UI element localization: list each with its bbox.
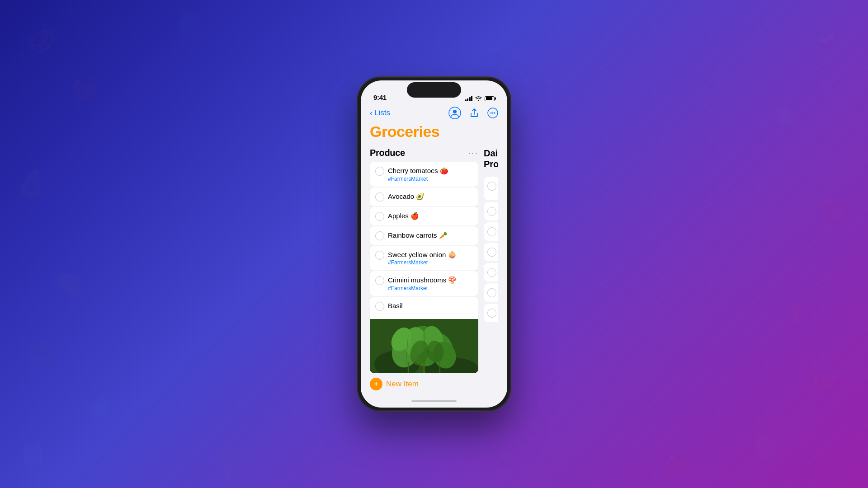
item-checkbox[interactable]: [487, 268, 496, 277]
basil-list-item[interactable]: Basil: [370, 297, 478, 373]
svg-point-1: [453, 110, 457, 113]
signal-bars-icon: [465, 96, 473, 101]
list-item[interactable]: Crimini mushrooms 🍄 #FarmersMarket: [370, 271, 478, 296]
dairy-column: Dairy,Protei… Egg… #Fa… Yog…: [484, 148, 498, 373]
list-item[interactable]: Yog…: [484, 202, 498, 221]
basil-header: Basil: [370, 297, 408, 315]
back-label: Lists: [374, 108, 390, 117]
item-checkbox[interactable]: [375, 212, 384, 221]
svg-point-3: [491, 113, 492, 114]
item-checkbox[interactable]: [375, 167, 384, 176]
scroll-content: Produce ··· Cherry tomatoes 🍅 #FarmersMa…: [370, 148, 498, 373]
list-item[interactable]: Sweet yellow onion 🧅 #FarmersMarket: [370, 246, 478, 271]
item-checkbox[interactable]: [375, 251, 384, 260]
status-icons: [465, 96, 495, 101]
wifi-icon: [475, 96, 482, 101]
list-item[interactable]: Tofu: [484, 263, 498, 282]
item-checkbox[interactable]: [375, 276, 384, 285]
item-checkbox[interactable]: [487, 248, 496, 257]
page-title: Groceries: [370, 123, 498, 141]
rainbow-carrots-text: Rainbow carrots 🥕: [388, 231, 473, 240]
basil-image: [370, 319, 478, 373]
list-item[interactable]: Cherry tomatoes 🍅 #FarmersMarket: [370, 162, 478, 187]
item-checkbox[interactable]: [487, 207, 496, 216]
svg-point-4: [492, 113, 494, 114]
list-item[interactable]: Apples 🍎: [370, 207, 478, 225]
list-item[interactable]: Egg… #Fa…: [484, 177, 498, 200]
share-icon[interactable]: [469, 108, 479, 118]
item-text: Avocado 🥑: [388, 192, 473, 201]
item-checkbox[interactable]: [487, 288, 496, 297]
item-content: Avocado 🥑: [388, 192, 473, 201]
phone-screen: 9:41: [361, 80, 507, 408]
produce-menu-button[interactable]: ···: [468, 148, 478, 158]
item-text: Sweet yellow onion 🧅: [388, 250, 473, 259]
dairy-section-header: Dairy,Protei…: [484, 148, 498, 173]
list-item[interactable]: Avocado 🥑: [370, 188, 478, 206]
item-text: Apples 🍎: [388, 211, 473, 221]
phone-frame: 9:41: [357, 77, 511, 411]
item-content: Sweet yellow onion 🧅 #FarmersMarket: [388, 250, 473, 266]
list-item[interactable]: Veg…: [484, 283, 498, 302]
status-time: 9:41: [373, 94, 387, 101]
content-area: Groceries Produce ··· Cherry tomato: [361, 123, 507, 373]
list-item[interactable]: Che…: [484, 243, 498, 261]
home-indicator: [361, 395, 507, 408]
list-item[interactable]: Oat…: [484, 222, 498, 241]
new-item-plus-icon[interactable]: +: [370, 378, 382, 390]
item-content: Rainbow carrots 🥕: [388, 231, 473, 240]
item-checkbox[interactable]: [487, 227, 496, 236]
list-item[interactable]: Rainbow carrots 🥕: [370, 226, 478, 245]
produce-list: Cherry tomatoes 🍅 #FarmersMarket Avocado…: [370, 162, 478, 373]
item-checkbox[interactable]: [375, 231, 384, 240]
svg-point-5: [494, 113, 495, 114]
new-item-bar: + New Item: [361, 373, 507, 395]
nav-actions: [448, 107, 498, 119]
item-text: Crimini mushrooms 🍄: [388, 276, 473, 285]
more-icon[interactable]: [487, 108, 498, 118]
produce-section-title: Produce: [370, 148, 405, 158]
nav-bar: ‹ Lists: [361, 105, 507, 123]
item-checkbox[interactable]: [375, 302, 384, 311]
dynamic-island: [407, 82, 461, 98]
dairy-list: Egg… #Fa… Yog… Oat…: [484, 177, 498, 323]
item-content: Apples 🍎: [388, 211, 473, 221]
item-checkbox[interactable]: [487, 182, 496, 191]
battery-icon: [485, 96, 495, 101]
item-checkbox[interactable]: [375, 192, 384, 202]
basil-text: Basil: [388, 301, 403, 310]
item-content: Crimini mushrooms 🍄 #FarmersMarket: [388, 276, 473, 291]
item-content: Cherry tomatoes 🍅 #FarmersMarket: [388, 166, 473, 182]
back-button[interactable]: ‹ Lists: [370, 108, 390, 118]
back-chevron-icon: ‹: [370, 108, 373, 118]
item-tag[interactable]: #FarmersMarket: [388, 176, 473, 182]
produce-column: Produce ··· Cherry tomatoes 🍅 #FarmersMa…: [370, 148, 478, 373]
plus-symbol: +: [374, 380, 379, 388]
item-text: Cherry tomatoes 🍅: [388, 166, 473, 175]
produce-section-header: Produce ···: [370, 148, 478, 158]
dairy-section-title: Dairy,Protei…: [484, 148, 498, 169]
list-item[interactable]: [484, 304, 498, 322]
person-circle-icon[interactable]: [448, 107, 461, 119]
item-tag[interactable]: #FarmersMarket: [388, 259, 473, 266]
item-checkbox[interactable]: [487, 309, 496, 318]
home-bar: [411, 400, 457, 402]
item-tag[interactable]: #FarmersMarket: [388, 285, 473, 291]
new-item-button[interactable]: New Item: [386, 380, 419, 389]
